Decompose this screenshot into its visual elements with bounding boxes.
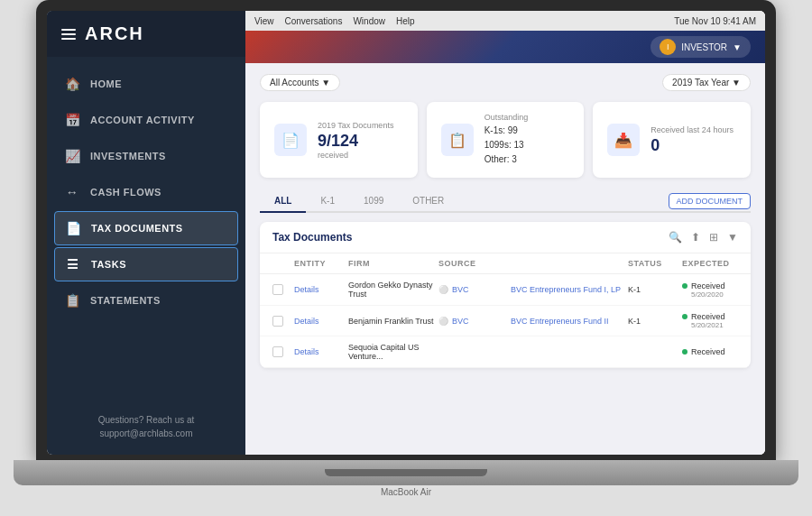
tab-other[interactable]: OTHER: [398, 190, 458, 213]
table-row: Details Benjamin Franklin Trust ⚪ BVC BV…: [260, 306, 751, 336]
sidebar-item-home-label: HOME: [90, 78, 122, 89]
sidebar-item-tax-documents-label: TAX DOCUMENTS: [91, 223, 183, 234]
col-type: [511, 259, 628, 268]
stat-value-2: 0: [651, 136, 736, 155]
sidebar-footer-line2: support@archlabs.com: [100, 428, 193, 438]
table-row: Details Sequoia Capital US Venture... Re…: [260, 336, 751, 368]
content-area: All Accounts ▼ 2019 Tax Year ▼ 📄: [245, 63, 765, 455]
screen-bezel: ARCH 🏠 HOME 📅 ACCOUNT ACTIVITY 📈 INVESTM…: [36, 0, 776, 460]
row-checkbox-1[interactable]: [272, 316, 283, 327]
investor-label: INVESTOR: [681, 42, 727, 52]
sidebar-item-cash-flows[interactable]: ↔ CASH FLOWS: [47, 174, 245, 210]
stat-value-0: 9/124: [318, 132, 403, 151]
statements-icon: 📋: [65, 293, 79, 308]
filter-icon[interactable]: ▼: [727, 231, 738, 244]
laptop-wrapper: ARCH 🏠 HOME 📅 ACCOUNT ACTIVITY 📈 INVESTM…: [0, 0, 812, 516]
menu-view[interactable]: View: [254, 16, 274, 26]
sidebar-nav: 🏠 HOME 📅 ACCOUNT ACTIVITY 📈 INVESTMENTS …: [47, 57, 245, 399]
arrows-icon: ↔: [65, 185, 79, 199]
row-details-2[interactable]: Details: [294, 347, 348, 356]
accounts-dropdown-icon: ▼: [321, 78, 330, 88]
stat-icon-2: 📥: [607, 124, 640, 156]
bvc-logo-1: ⚪: [438, 317, 448, 326]
year-filter-label: 2019 Tax Year: [672, 78, 729, 88]
stat-content-2: Received last 24 hours 0: [651, 125, 736, 155]
upload-icon[interactable]: ⬆: [691, 231, 700, 244]
investor-avatar: I: [660, 39, 676, 55]
tasks-icon: ☰: [66, 257, 80, 272]
row-status-0: Received 5/20/2020: [682, 281, 751, 299]
laptop-notch: [325, 469, 487, 476]
sidebar: ARCH 🏠 HOME 📅 ACCOUNT ACTIVITY 📈 INVESTM…: [47, 11, 245, 455]
sidebar-header: ARCH: [47, 11, 245, 57]
row-status-1: Received 5/20/2021: [682, 312, 751, 329]
row-details-1[interactable]: Details: [294, 317, 348, 326]
stat-card-2: 📥 Received last 24 hours 0: [593, 102, 751, 178]
add-document-button[interactable]: ADD DOCUMENT: [669, 193, 752, 209]
sidebar-logo: ARCH: [85, 23, 144, 44]
sidebar-item-account-activity[interactable]: 📅 ACCOUNT ACTIVITY: [47, 102, 245, 138]
stat-icon-1: 📋: [441, 124, 474, 156]
col-firm: FIRM: [348, 259, 438, 268]
chart-icon: 📈: [65, 149, 79, 163]
sidebar-item-home[interactable]: 🏠 HOME: [47, 66, 245, 102]
calendar-icon: 📅: [65, 113, 79, 127]
home-icon: 🏠: [65, 77, 79, 91]
row-entity-1: Benjamin Franklin Trust: [348, 317, 438, 326]
menu-window[interactable]: Window: [353, 16, 385, 26]
table-title: Tax Documents: [272, 231, 352, 244]
col-checkbox: [272, 259, 294, 268]
sidebar-footer-line1: Questions? Reach us at: [98, 415, 195, 425]
bvc-logo-0: ⚪: [438, 285, 448, 294]
sidebar-item-tax-documents[interactable]: 📄 TAX DOCUMENTS: [54, 211, 238, 245]
sidebar-item-tasks-label: TASKS: [91, 259, 126, 270]
row-firm-1: ⚪ BVC: [438, 317, 511, 326]
row-source-1[interactable]: BVC Entrepreneurs Fund II: [511, 317, 628, 326]
stat-label-0: 2019 Tax Documents: [318, 121, 403, 130]
col-status: STATUS: [628, 259, 682, 268]
filter-row: All Accounts ▼ 2019 Tax Year ▼: [260, 74, 751, 91]
row-type-0: K-1: [628, 285, 682, 294]
laptop-base: [14, 460, 798, 485]
table-header: Tax Documents 🔍 ⬆ ⊞ ▼: [260, 222, 751, 253]
sidebar-item-statements-label: STATEMENTS: [90, 295, 161, 306]
row-checkbox-0[interactable]: [272, 284, 283, 295]
row-checkbox-2[interactable]: [272, 346, 283, 357]
investor-badge[interactable]: I INVESTOR ▼: [651, 36, 751, 58]
sidebar-item-cash-flows-label: CASH FLOWS: [90, 187, 161, 198]
year-filter[interactable]: 2019 Tax Year ▼: [662, 74, 751, 91]
accounts-filter-label: All Accounts: [270, 78, 318, 88]
year-dropdown-icon: ▼: [732, 78, 741, 88]
stat-content-1: Outstanding K-1s: 991099s: 13Other: 3: [484, 113, 570, 167]
stat-card-1: 📋 Outstanding K-1s: 991099s: 13Other: 3: [427, 102, 585, 178]
col-expected: EXPECTED: [682, 259, 751, 268]
sidebar-item-account-activity-label: ACCOUNT ACTIVITY: [90, 115, 195, 125]
stat-icon-0: 📄: [274, 124, 307, 156]
row-entity-2: Sequoia Capital US Venture...: [348, 343, 438, 361]
investor-dropdown-icon: ▼: [733, 42, 742, 52]
app-header: I INVESTOR ▼: [245, 31, 765, 63]
row-firm-0: ⚪ BVC: [438, 285, 511, 294]
sidebar-item-tasks[interactable]: ☰ TASKS: [54, 247, 238, 281]
hamburger-icon[interactable]: [61, 29, 76, 40]
tab-k1[interactable]: K-1: [306, 190, 349, 213]
menu-help[interactable]: Help: [396, 16, 415, 26]
sidebar-item-statements[interactable]: 📋 STATEMENTS: [47, 282, 245, 318]
tab-all[interactable]: ALL: [260, 190, 306, 213]
stats-row: 📄 2019 Tax Documents 9/124 received 📋 Ou…: [260, 102, 751, 178]
grid-icon[interactable]: ⊞: [709, 231, 718, 244]
main-content: View Conversations Window Help Tue Nov 1…: [245, 11, 765, 455]
stat-sub-0: received: [318, 151, 403, 160]
stat-multi-1: K-1s: 991099s: 13Other: 3: [484, 124, 570, 167]
menu-conversations[interactable]: Conversations: [285, 16, 343, 26]
search-icon[interactable]: 🔍: [669, 231, 682, 244]
tab-1099[interactable]: 1099: [349, 190, 398, 213]
row-details-0[interactable]: Details: [294, 285, 348, 294]
row-source-0[interactable]: BVC Entrepreneurs Fund I, LP: [511, 285, 628, 294]
document-icon: 📄: [66, 221, 80, 235]
sidebar-item-investments[interactable]: 📈 INVESTMENTS: [47, 138, 245, 174]
stat-label-2: Received last 24 hours: [651, 125, 736, 134]
col-entity: ENTITY: [294, 259, 348, 268]
tax-documents-table: Tax Documents 🔍 ⬆ ⊞ ▼ ENTITY FIRM: [260, 222, 751, 368]
accounts-filter[interactable]: All Accounts ▼: [260, 74, 340, 91]
